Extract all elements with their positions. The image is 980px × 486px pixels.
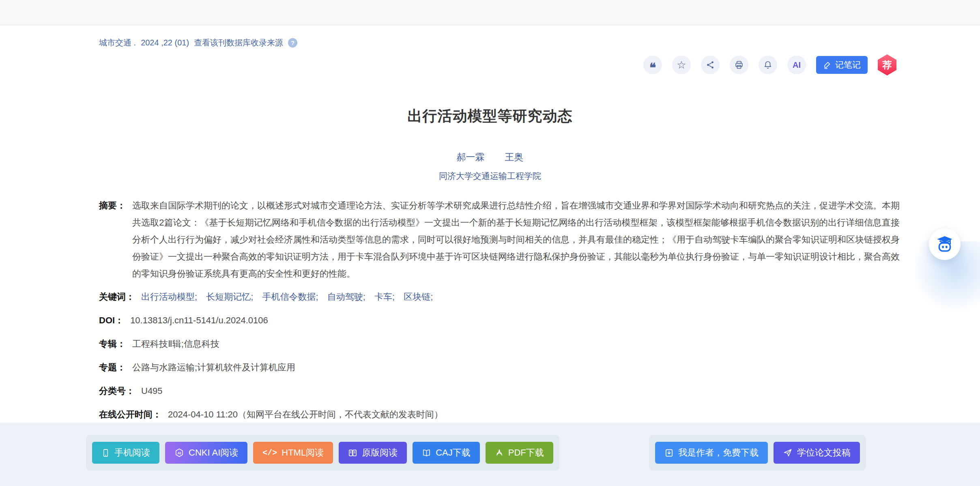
ai-assistant-icon[interactable]: AI (787, 56, 806, 74)
read-download-group: 手机阅读 AI CNKI AI阅读 </> HTML阅读 原版阅读 C (86, 435, 559, 471)
open-book-icon (422, 448, 431, 458)
take-note-button[interactable]: 记笔记 (816, 56, 868, 74)
keyword-link[interactable]: 长短期记忆; (206, 292, 253, 302)
pencil-icon (823, 61, 831, 69)
help-icon[interactable]: ? (288, 38, 297, 47)
recommend-badge[interactable]: 荐 (878, 54, 896, 75)
database-source-link[interactable]: 查看该刊数据库收录来源 (194, 37, 283, 48)
author-actions-group: 我是作者，免费下载 学位论文投稿 (649, 435, 866, 471)
share-icon[interactable] (701, 56, 720, 74)
doi-label: DOI： (99, 314, 124, 327)
book-pages-icon (348, 448, 357, 458)
html-read-button[interactable]: </> HTML阅读 (253, 442, 333, 464)
thesis-submit-button[interactable]: 学位论文投稿 (774, 442, 860, 464)
cnki-ai-read-button[interactable]: AI CNKI AI阅读 (165, 442, 247, 464)
submit-plane-icon (783, 448, 793, 458)
online-time-label: 在线公开时间： (99, 408, 161, 421)
print-icon[interactable] (730, 56, 748, 74)
article-toolbar: ❝ ☆ AI 记笔记 荐 (643, 54, 896, 75)
author-link[interactable]: 王奥 (505, 151, 524, 163)
album-label: 专辑： (99, 338, 126, 351)
favorite-star-icon[interactable]: ☆ (672, 56, 691, 74)
album-row: 专辑： 工程科技Ⅱ辑;信息科技 (99, 338, 900, 351)
pdf-download-button[interactable]: PDF下载 (486, 442, 553, 464)
author-link[interactable]: 郝一霖 (457, 151, 485, 163)
graduate-robot-icon (935, 234, 955, 254)
keyword-link[interactable]: 手机信令数据; (262, 292, 318, 302)
ai-hexagon-icon: AI (174, 448, 184, 458)
page-title: 出行活动模型等研究动态 (0, 106, 980, 126)
action-bar: 手机阅读 AI CNKI AI阅读 </> HTML阅读 原版阅读 C (0, 423, 980, 486)
journal-link[interactable]: 城市交通 . (99, 37, 136, 48)
abstract-text: 选取来自国际学术期刊的论文，以概述形式对城市交通理论方法、实证分析等学术研究成果… (132, 197, 900, 282)
keyword-link[interactable]: 区块链; (404, 292, 433, 302)
author-free-download-button[interactable]: 我是作者，免费下载 (655, 442, 768, 464)
article-meta: 摘要： 选取来自国际学术期刊的论文，以概述形式对城市交通理论方法、实证分析等学术… (99, 197, 900, 432)
topic-label: 专题： (99, 361, 126, 374)
album-value: 工程科技Ⅱ辑;信息科技 (132, 338, 900, 351)
original-read-button[interactable]: 原版阅读 (339, 442, 407, 464)
abstract-row: 摘要： 选取来自国际学术期刊的论文，以概述形式对城市交通理论方法、实证分析等学术… (99, 197, 900, 282)
abstract-label: 摘要： (99, 197, 126, 214)
pdf-reader-icon (495, 448, 504, 457)
topic-value: 公路与水路运输;计算机软件及计算机应用 (132, 361, 900, 374)
keyword-link[interactable]: 出行活动模型; (141, 292, 197, 302)
keyword-link[interactable]: 自动驾驶; (327, 292, 365, 302)
online-time-row: 在线公开时间： 2024-04-10 11:20（知网平台在线公开时间，不代表文… (99, 408, 900, 421)
keyword-link[interactable]: 卡车; (374, 292, 395, 302)
caj-download-button[interactable]: CAJ下载 (413, 442, 480, 464)
mobile-read-button[interactable]: 手机阅读 (92, 442, 159, 464)
citation-icon[interactable]: ❝ (643, 56, 662, 74)
alert-bell-icon[interactable] (759, 56, 777, 74)
phone-icon (101, 449, 110, 457)
classification-label: 分类号： (99, 385, 135, 398)
online-time-value: 2024-04-10 11:20（知网平台在线公开时间，不代表文献的发表时间） (168, 408, 900, 421)
topic-row: 专题： 公路与水路运输;计算机软件及计算机应用 (99, 361, 900, 374)
keywords-label: 关键词： (99, 290, 135, 303)
download-box-icon (664, 448, 674, 458)
code-icon: </> (262, 448, 277, 458)
classification-value: U495 (141, 385, 900, 398)
doi-row: DOI： 10.13813/j.cn11-5141/u.2024.0106 (99, 314, 900, 327)
journal-issue: 2024 ,22 (01) (141, 38, 189, 47)
keywords-row: 关键词： 出行活动模型; 长短期记忆; 手机信令数据; 自动驾驶; 卡车; 区块… (99, 290, 900, 303)
top-header-strip (0, 0, 980, 25)
breadcrumb: 城市交通 . 2024 ,22 (01) 查看该刊数据库收录来源 ? (99, 37, 297, 48)
affiliation-link[interactable]: 同济大学交通运输工程学院 (0, 170, 980, 182)
classification-row: 分类号： U495 (99, 385, 900, 398)
svg-text:AI: AI (178, 451, 181, 455)
doi-value: 10.13813/j.cn11-5141/u.2024.0106 (130, 314, 900, 327)
author-list: 郝一霖 王奥 (0, 151, 980, 163)
ai-assistant-robot-button[interactable] (929, 228, 961, 260)
